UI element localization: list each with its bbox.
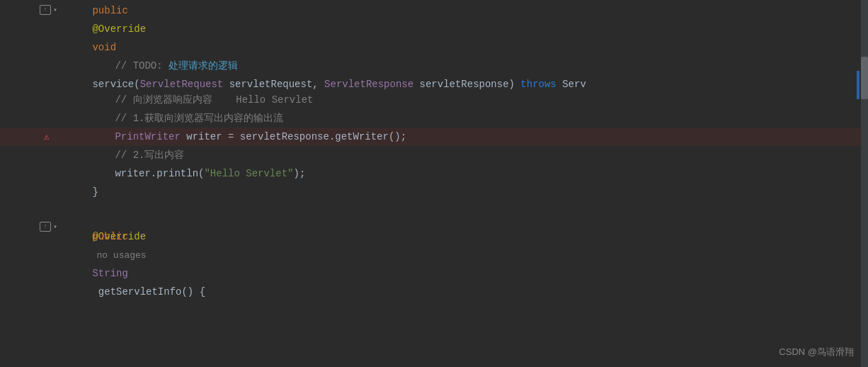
error-icon: ⚠ bbox=[44, 131, 50, 142]
watermark: CSDN @鸟语滑翔 bbox=[779, 346, 854, 358]
override-icon-1: ↑ bbox=[40, 5, 51, 15]
kw-string-type: String bbox=[92, 268, 127, 279]
scrollbar-right[interactable] bbox=[861, 0, 868, 367]
scroll-position-indicator bbox=[857, 71, 860, 99]
getservletinfo-content: public String getServletInfo() { bbox=[54, 209, 868, 320]
editor-container: ↑ ▾ @Override public void service(Servle… bbox=[0, 0, 868, 367]
closing-brace-text: } bbox=[92, 186, 98, 198]
kw-public-2: public bbox=[92, 231, 127, 242]
error-icon-container: ⚠ bbox=[40, 131, 54, 142]
override-icon-2: ↑ bbox=[40, 222, 51, 232]
kw-space bbox=[92, 23, 98, 35]
comment-todo-slash: // TODO: bbox=[115, 60, 169, 72]
comment-todo-cn: 处理请求的逻辑 bbox=[169, 60, 238, 72]
space-1 bbox=[92, 249, 98, 261]
space-2: getServletInfo() { bbox=[92, 286, 205, 298]
getservletinfo-line: public String getServletInfo() { bbox=[0, 255, 868, 273]
closing-brace-line: } bbox=[0, 183, 868, 201]
kw-public: public bbox=[92, 5, 127, 16]
scrollbar-thumb[interactable] bbox=[861, 57, 868, 99]
